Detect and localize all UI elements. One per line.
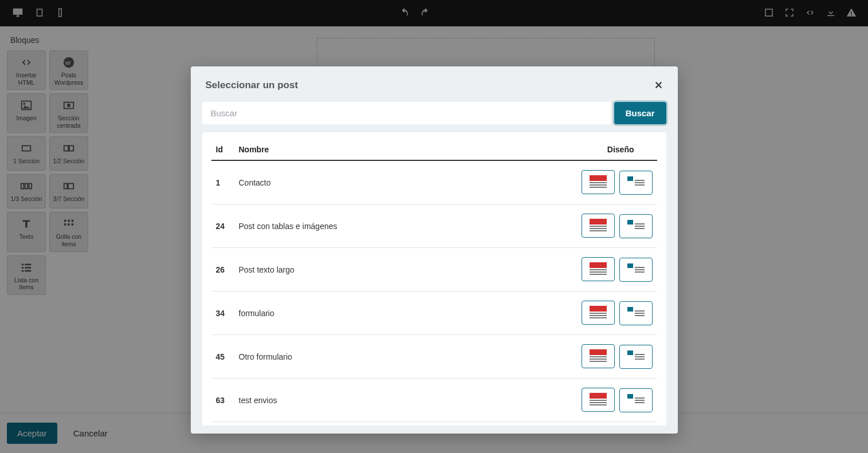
select-post-modal: Seleccionar un post ✕ Buscar Id Nombre D… <box>191 66 678 434</box>
row-id: 34 <box>211 292 234 335</box>
layout-full-icon <box>590 349 607 363</box>
layout-side-icon <box>627 263 645 276</box>
row-id: 1 <box>211 160 234 204</box>
layout-side-icon <box>627 394 645 407</box>
layout-side-button[interactable] <box>619 214 653 238</box>
layout-side-button[interactable] <box>619 388 653 412</box>
search-input[interactable] <box>202 102 611 124</box>
layout-side-icon <box>627 176 645 189</box>
layout-full-icon <box>590 219 607 233</box>
table-row: 1Contacto <box>211 160 657 204</box>
col-name: Nombre <box>234 139 554 160</box>
row-id: 24 <box>211 204 234 248</box>
table-row: 26Post texto largo <box>211 248 657 292</box>
layout-side-button[interactable] <box>619 301 653 325</box>
table-row: 45Otro formulario <box>211 335 657 379</box>
col-design: Diseño <box>554 139 657 160</box>
layout-full-button[interactable] <box>582 301 615 325</box>
search-button[interactable]: Buscar <box>614 102 666 124</box>
row-name: formulario <box>234 292 554 335</box>
layout-full-button[interactable] <box>582 170 615 194</box>
layout-side-button[interactable] <box>619 345 653 369</box>
layout-full-button[interactable] <box>582 257 615 281</box>
layout-full-button[interactable] <box>582 214 615 238</box>
layout-side-button[interactable] <box>619 258 653 282</box>
close-icon: ✕ <box>654 80 663 91</box>
row-name: Post con tablas e imágenes <box>234 204 554 248</box>
layout-side-icon <box>627 220 645 233</box>
layout-full-icon <box>590 393 607 407</box>
row-id: 26 <box>211 248 234 292</box>
row-name: test envios <box>234 379 554 422</box>
row-id: 63 <box>211 379 234 422</box>
layout-side-button[interactable] <box>619 171 653 195</box>
row-name: Contacto <box>234 160 554 204</box>
row-name: Post texto largo <box>234 248 554 292</box>
table-row: 24Post con tablas e imágenes <box>211 204 657 248</box>
layout-full-button[interactable] <box>582 388 615 412</box>
modal-close-button[interactable]: ✕ <box>654 79 663 92</box>
layout-full-button[interactable] <box>582 344 615 368</box>
row-name: Otro formulario <box>234 335 554 379</box>
layout-full-icon <box>590 306 607 320</box>
layout-side-icon <box>627 307 645 320</box>
table-row: 34formulario <box>211 292 657 335</box>
layout-full-icon <box>590 175 607 189</box>
modal-title: Seleccionar un post <box>206 80 299 91</box>
layout-full-icon <box>590 262 607 276</box>
row-id: 45 <box>211 335 234 379</box>
layout-side-icon <box>627 350 645 363</box>
col-id: Id <box>211 139 234 160</box>
table-row: 63test envios <box>211 379 657 422</box>
posts-table: Id Nombre Diseño 1Contacto24Post con tab… <box>211 139 657 422</box>
